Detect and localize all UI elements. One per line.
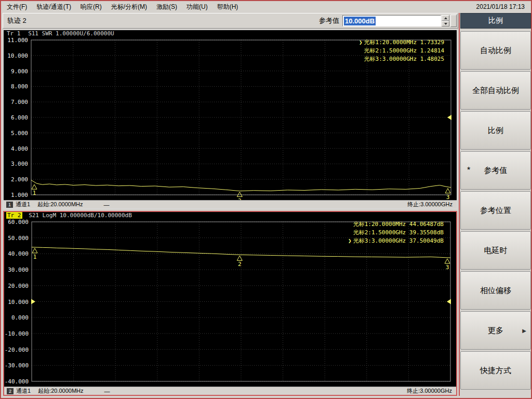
sidebar-button-phase-offset[interactable]: 相位偏移: [460, 271, 531, 310]
marker-readout-text: 光标2:1.50000GHz 1.24814: [364, 47, 444, 54]
menu-trace-channel[interactable]: 轨迹/通道(T): [32, 2, 76, 12]
sidebar-button-label: 参考值: [484, 166, 508, 176]
menu-help[interactable]: 帮助(H): [212, 2, 243, 12]
sidebar-button-auto-scale[interactable]: 自动比例: [460, 31, 531, 70]
start-frequency: 起始:20.0000MHz: [37, 201, 83, 208]
marker-readout-line: 光标2:1.50000GHz 1.24814: [359, 47, 444, 55]
svg-text:10.000: 10.000: [8, 299, 29, 305]
svg-text:3: 3: [446, 194, 450, 200]
chart-header-1: Tr 1 S11 SWR 1.00000U/6.00000U: [4, 30, 457, 37]
sidebar-button-label: 更多: [488, 326, 503, 336]
marker-readouts-1: ❯光标1:20.0000MHz 1.73329 光标2:1.50000GHz 1…: [359, 38, 444, 63]
chart-window-2: Tr 2 S21 LogM 10.00000dB/10.00000dB 60.0…: [3, 211, 457, 396]
active-entry-asterisk: *: [467, 166, 470, 175]
svg-text:5.000: 5.000: [11, 130, 28, 137]
chevron-up-icon: [444, 17, 447, 19]
trace1-badge[interactable]: Tr 1: [6, 30, 22, 37]
sidebar-button-more[interactable]: 更多 ▶: [460, 311, 531, 350]
svg-text:9.000: 9.000: [11, 68, 28, 75]
svg-text:1.000: 1.000: [11, 192, 28, 198]
ref-value-label: 参考值: [319, 16, 339, 25]
submenu-arrow-icon: ▶: [522, 328, 526, 334]
chart-window-1: Tr 1 S11 SWR 1.00000U/6.00000U 11.00010.…: [3, 30, 457, 209]
stop-frequency: 终止:3.00000GHz: [407, 387, 452, 395]
sidebar-button-label: 比例: [488, 126, 503, 136]
marker-readout-text: 光标2:1.50000GHz 39.35508dB: [353, 229, 444, 236]
marker-readout-line: ❯光标1:20.0000MHz 1.73329: [359, 38, 444, 47]
svg-text:20.000: 20.000: [8, 283, 29, 289]
marker-readout-line: 光标1:20.0000MHz 44.06487dB: [348, 220, 444, 229]
active-window-divider: [459, 13, 460, 396]
svg-text:-40.000: -40.000: [5, 378, 29, 385]
spinner-down-button[interactable]: [442, 21, 449, 26]
trace1-params: S11 SWR 1.00000U/6.00000U: [28, 30, 114, 37]
channel-number-badge[interactable]: 1: [6, 202, 13, 208]
svg-text:2.000: 2.000: [11, 176, 28, 183]
sweep-indicator: —: [104, 202, 110, 208]
sidebar-button-scale[interactable]: 比例: [460, 111, 531, 150]
svg-text:-10.000: -10.000: [5, 330, 29, 337]
svg-text:1: 1: [33, 190, 36, 196]
marker-readout-line: 光标2:1.50000GHz 39.35508dB: [348, 229, 444, 237]
start-frequency: 起始:20.0000MHz: [38, 387, 83, 395]
ref-value-input[interactable]: 10.000dB: [342, 15, 441, 26]
sidebar-button-label: 全部自动比例: [472, 86, 519, 96]
ref-value-text: 10.000dB: [344, 17, 376, 25]
marker-readout-text: 光标3:3.00000GHz 1.48025: [364, 56, 444, 62]
toolbar-side-button[interactable]: [450, 15, 457, 27]
menubar: 文件(F) 轨迹/通道(T) 响应(R) 光标/分析(M) 激励(S) 功能(U…: [2, 2, 530, 12]
svg-text:11.000: 11.000: [7, 37, 28, 44]
active-trace-label: 轨迹 2: [7, 16, 26, 25]
svg-text:-20.000: -20.000: [5, 347, 29, 353]
chart-header-2: Tr 2 S21 LogM 10.00000dB/10.00000dB: [4, 212, 456, 219]
svg-text:6.000: 6.000: [11, 114, 28, 121]
svg-text:1: 1: [33, 254, 37, 260]
sidebar-button-auto-scale-all[interactable]: 全部自动比例: [460, 71, 531, 110]
sidebar-button-label: 自动比例: [480, 46, 511, 56]
svg-text:30.000: 30.000: [8, 267, 29, 273]
stop-frequency: 终止:3.00000GHz: [407, 201, 453, 208]
marker-readout-text: 光标3:3.00000GHz 37.50049dB: [353, 237, 444, 244]
trace2-badge[interactable]: Tr 2: [6, 212, 22, 219]
svg-text:40.000: 40.000: [8, 250, 29, 257]
menu-file[interactable]: 文件(F): [2, 2, 32, 12]
svg-text:50.000: 50.000: [8, 235, 29, 242]
status-bar-2: 2 通道1 起始:20.0000MHz — 终止:3.00000GHz: [4, 387, 456, 395]
svg-text:3.000: 3.000: [11, 161, 28, 167]
entry-toolbar: 轨迹 2 参考值 10.000dB: [3, 13, 458, 29]
sidebar-button-reference-value[interactable]: * 参考值: [460, 151, 531, 190]
marker-readout-line: ❯光标3:3.00000GHz 37.50049dB: [348, 237, 444, 245]
softkey-sidebar: 比例 自动比例 全部自动比例 比例 * 参考值 参考位置 电: [460, 13, 531, 391]
datetime-display: 2021/01/18 17:13: [476, 3, 530, 10]
channel-name: 通道1: [16, 387, 31, 395]
ref-value-spinner: [442, 15, 449, 26]
menu-marker-analysis[interactable]: 光标/分析(M): [107, 2, 152, 12]
softkey-buttons: 自动比例 全部自动比例 比例 * 参考值 参考位置 电延时: [460, 31, 531, 390]
svg-text:0.000: 0.000: [11, 314, 29, 321]
status-bar-1: 1 通道1 起始:20.0000MHz — 终止:3.00000GHz: [4, 200, 457, 208]
sidebar-button-label: 相位偏移: [480, 286, 511, 296]
sidebar-button-shortcut[interactable]: 快捷方式: [460, 351, 531, 390]
svg-text:4.000: 4.000: [11, 145, 28, 152]
sidebar-button-electrical-delay[interactable]: 电延时: [460, 231, 531, 270]
spinner-up-button[interactable]: [442, 15, 449, 21]
channel-number-badge[interactable]: 2: [7, 388, 14, 394]
trace2-params: S21 LogM 10.00000dB/10.00000dB: [29, 212, 132, 219]
softkey-menu-title: 比例: [460, 13, 531, 29]
menu-response[interactable]: 响应(R): [76, 2, 107, 12]
marker-readouts-2: 光标1:20.0000MHz 44.06487dB 光标2:1.50000GHz…: [348, 220, 444, 245]
svg-text:8.000: 8.000: [11, 83, 28, 90]
marker-readout-text: 光标1:20.0000MHz 44.06487dB: [353, 221, 444, 228]
sidebar-button-label: 电延时: [484, 246, 508, 256]
sidebar-button-reference-position[interactable]: 参考位置: [460, 191, 531, 230]
active-marker-arrow-icon: ❯: [348, 237, 352, 244]
menu-function[interactable]: 功能(U): [182, 2, 212, 12]
marker-readout-line: 光标3:3.00000GHz 1.48025: [359, 55, 444, 63]
channel-name: 通道1: [16, 201, 30, 208]
svg-text:60.000: 60.000: [8, 219, 29, 225]
sidebar-button-label: 参考位置: [480, 206, 511, 216]
menu-stimulus[interactable]: 激励(S): [152, 2, 182, 12]
sweep-indicator: —: [104, 388, 110, 394]
svg-text:3: 3: [446, 264, 449, 271]
active-marker-arrow-icon: ❯: [359, 39, 363, 46]
